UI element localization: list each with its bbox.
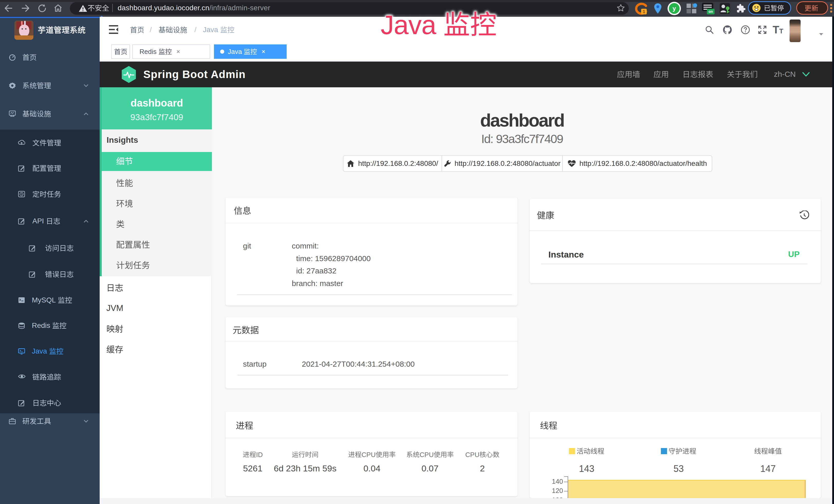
svg-text:y: y: [673, 5, 676, 12]
svg-text:1: 1: [643, 9, 645, 14]
svg-text:on: on: [708, 9, 713, 14]
